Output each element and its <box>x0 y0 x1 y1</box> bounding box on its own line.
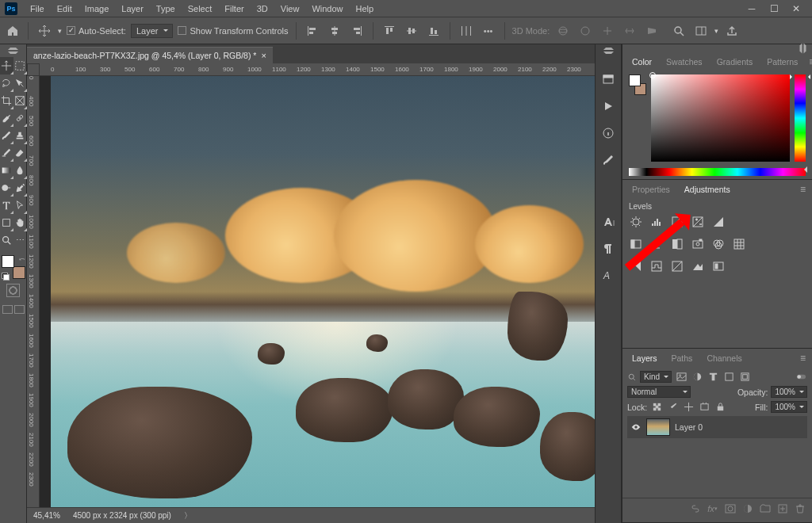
edit-toolbar[interactable]: ⋯ <box>13 231 27 249</box>
maximize-button[interactable]: ☐ <box>763 3 785 14</box>
photo-filter-icon[interactable] <box>691 238 705 250</box>
play-panel-icon[interactable] <box>600 98 616 114</box>
layer-name[interactable]: Layer 0 <box>675 422 703 432</box>
layer-filter-dropdown[interactable]: Kind <box>640 371 672 383</box>
new-layer-icon[interactable] <box>776 503 788 514</box>
color-ramp[interactable] <box>629 168 806 176</box>
lasso-tool[interactable] <box>0 74 13 92</box>
shape-tool[interactable] <box>0 214 13 231</box>
background-color[interactable] <box>13 266 25 279</box>
paragraph-panel-icon[interactable] <box>600 241 616 257</box>
type-tool[interactable] <box>0 197 13 214</box>
hue-sat-icon[interactable] <box>629 238 643 250</box>
history-brush-tool[interactable] <box>0 144 13 162</box>
gradient-tool[interactable] <box>0 162 13 179</box>
lock-artboard-icon[interactable] <box>698 402 710 413</box>
ruler-horizontal[interactable]: 0100300500600700800900100011001200130014… <box>40 63 595 76</box>
eraser-tool[interactable] <box>13 144 27 162</box>
healing-tool[interactable] <box>13 109 27 127</box>
brush-panel-icon[interactable] <box>600 152 616 168</box>
layer-row[interactable]: Layer 0 <box>627 416 807 438</box>
zoom-tool[interactable] <box>0 231 13 249</box>
path-select-tool[interactable] <box>13 197 27 214</box>
align-left-icon[interactable] <box>304 22 321 40</box>
lock-all-icon[interactable] <box>714 402 726 413</box>
tab-layers[interactable]: Layers <box>626 350 664 366</box>
lock-pixels-icon[interactable] <box>666 402 679 413</box>
filter-pixel-icon[interactable] <box>675 372 688 383</box>
visibility-icon[interactable] <box>630 422 642 433</box>
ruler-origin[interactable] <box>27 63 40 76</box>
color-panel-menu[interactable]: ≡ <box>806 56 812 67</box>
close-tab-icon[interactable]: × <box>261 51 266 60</box>
align-top-icon[interactable] <box>381 22 398 40</box>
hue-slider[interactable] <box>795 74 806 162</box>
blend-mode-dropdown[interactable]: Normal <box>627 386 691 398</box>
levels-icon[interactable] <box>649 216 664 228</box>
zoom-readout[interactable]: 45,41% <box>33 511 60 520</box>
link-layers-icon[interactable] <box>689 503 701 514</box>
hand-tool[interactable] <box>13 214 27 231</box>
minimize-button[interactable]: ─ <box>741 3 763 14</box>
stamp-tool[interactable] <box>13 127 27 144</box>
eyedropper-tool[interactable] <box>0 109 13 127</box>
move-tool[interactable] <box>0 57 13 74</box>
collapse-panels-icon[interactable] <box>799 44 806 54</box>
opacity-field[interactable]: 100% <box>771 386 807 398</box>
menu-window[interactable]: Window <box>305 2 349 15</box>
posterize-icon[interactable] <box>649 260 664 273</box>
ruler-vertical[interactable]: 0400500600700800900100011001200130014001… <box>27 76 40 507</box>
menu-image[interactable]: Image <box>79 2 116 15</box>
menu-view[interactable]: View <box>274 2 306 15</box>
show-transform-checkbox[interactable]: Show Transform Controls <box>178 26 288 36</box>
tab-patterns[interactable]: Patterns <box>760 54 804 70</box>
group-icon[interactable] <box>759 503 771 514</box>
auto-select-checkbox[interactable]: Auto-Select: <box>67 26 126 36</box>
menu-file[interactable]: File <box>24 2 51 15</box>
align-vcenter-icon[interactable] <box>403 22 420 40</box>
frame-tool[interactable] <box>13 92 27 109</box>
screen-mode-button[interactable] <box>2 305 13 314</box>
menu-help[interactable]: Help <box>350 2 381 15</box>
brush-tool[interactable] <box>0 127 13 144</box>
quick-mask-button[interactable] <box>6 284 20 297</box>
swap-colors-icon[interactable]: ⤺ <box>19 255 25 263</box>
align-hcenter-icon[interactable] <box>326 22 343 40</box>
search-icon[interactable] <box>670 22 688 40</box>
tab-adjustments[interactable]: Adjustments <box>678 181 737 197</box>
align-bottom-icon[interactable] <box>425 22 442 40</box>
glyph-panel-icon[interactable]: A <box>600 268 616 284</box>
more-align-icon[interactable]: ••• <box>480 22 497 40</box>
menu-edit[interactable]: Edit <box>51 2 79 15</box>
lock-position-icon[interactable] <box>682 402 695 413</box>
layer-thumbnail[interactable] <box>646 418 670 436</box>
menu-filter[interactable]: Filter <box>218 2 250 15</box>
filter-type-icon[interactable] <box>707 372 719 383</box>
color-lookup-icon[interactable] <box>732 238 746 250</box>
vibrance-icon[interactable] <box>711 216 726 228</box>
lock-transparent-icon[interactable] <box>650 402 663 413</box>
dodge-tool[interactable] <box>0 179 13 197</box>
close-button[interactable]: ✕ <box>785 3 807 14</box>
document-tab[interactable]: anze-lazio-beach-PT7KX3Z.jpg @ 45,4% (La… <box>27 47 273 63</box>
move-tool-icon[interactable] <box>36 22 53 40</box>
align-right-icon[interactable] <box>348 22 366 40</box>
workspace-icon[interactable] <box>692 22 710 40</box>
menu-3d[interactable]: 3D <box>251 2 274 15</box>
tab-paths[interactable]: Paths <box>665 350 699 366</box>
quick-select-tool[interactable] <box>13 74 27 92</box>
color-picker-field[interactable] <box>651 74 790 162</box>
distribute-icon[interactable] <box>458 22 475 40</box>
pen-tool[interactable] <box>13 179 27 197</box>
filter-toggle[interactable] <box>795 372 807 383</box>
menu-layer[interactable]: Layer <box>115 2 150 15</box>
panel-swatch[interactable] <box>629 74 646 95</box>
tab-color[interactable]: Color <box>626 54 658 70</box>
tab-swatches[interactable]: Swatches <box>660 54 709 70</box>
screen-mode-button-2[interactable] <box>14 305 25 314</box>
layer-style-icon[interactable]: fx▾ <box>707 503 718 514</box>
doc-dims-readout[interactable]: 4500 px x 2324 px (300 ppi) <box>73 511 171 520</box>
tab-channels[interactable]: Channels <box>700 350 748 366</box>
adjustment-layer-icon[interactable] <box>741 503 753 514</box>
marquee-tool[interactable] <box>13 57 27 74</box>
